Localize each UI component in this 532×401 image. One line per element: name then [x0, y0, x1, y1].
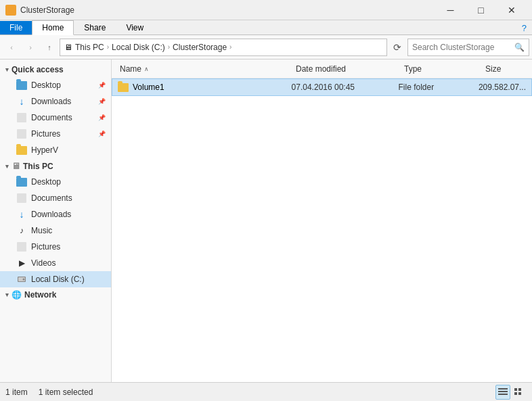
sidebar: ▾ Quick access Desktop 📌 ↓ Downloads 📌 D… [0, 60, 112, 382]
refresh-button[interactable]: ⟳ [389, 39, 406, 56]
tab-home[interactable]: Home [32, 20, 74, 35]
quick-access-label: Quick access [12, 65, 64, 74]
file-date-cell: 07.04.2016 00:45 [292, 82, 399, 92]
thispc-icon: 🖥 [12, 161, 20, 171]
sidebar-item-label: Documents [31, 113, 72, 122]
col-date-label: Date modified [296, 64, 346, 74]
file-name-cell: Volume1 [118, 82, 292, 92]
sidebar-item-label: Music [31, 226, 52, 235]
thispc-label: This PC [23, 162, 53, 171]
documents-qa-icon [16, 112, 27, 123]
col-header-size[interactable]: Size [483, 60, 527, 78]
path-icon: 🖥 [64, 43, 72, 52]
sidebar-item-documents-pc[interactable]: Documents [0, 190, 111, 206]
thispc-chevron: ▾ [5, 163, 9, 170]
file-size: 209.582.07... [479, 82, 526, 92]
sidebar-item-label: HyperV [31, 145, 58, 155]
up-button[interactable]: ↑ [41, 39, 58, 56]
col-name-label: Name [120, 64, 141, 74]
localdisk-icon [16, 274, 27, 285]
col-type-label: Type [404, 64, 422, 74]
minimize-button[interactable]: ─ [435, 0, 466, 20]
sidebar-item-hyperv-qa[interactable]: HyperV [0, 142, 111, 158]
sidebar-item-pictures-pc[interactable]: Pictures [0, 239, 111, 255]
col-header-date[interactable]: Date modified [293, 60, 401, 78]
sidebar-item-desktop-pc[interactable]: Desktop [0, 174, 111, 190]
folder-icon [118, 83, 129, 92]
sidebar-item-label: Desktop [31, 80, 61, 90]
documents-pc-icon [16, 193, 27, 204]
pin-icon: 📌 [98, 114, 106, 121]
pin-icon: 📌 [98, 131, 106, 137]
address-bar: ‹ › ↑ 🖥 This PC › Local Disk (C:) › Clus… [0, 35, 532, 60]
back-button[interactable]: ‹ [3, 39, 20, 56]
search-input[interactable] [412, 43, 512, 52]
network-label: Network [24, 290, 56, 300]
sidebar-item-label: Downloads [31, 210, 71, 219]
tab-view[interactable]: View [116, 20, 154, 35]
sidebar-item-downloads-qa[interactable]: ↓ Downloads 📌 [0, 93, 111, 110]
pin-icon: 📌 [98, 82, 106, 89]
file-size-cell: 209.582.07... [479, 82, 526, 92]
sidebar-item-desktop-qa[interactable]: Desktop 📌 [0, 77, 111, 93]
desktop-pc-icon [16, 176, 27, 187]
sidebar-item-videos-pc[interactable]: ▶ Videos [0, 255, 111, 271]
sort-arrow: ∧ [144, 66, 149, 72]
sidebar-item-documents-qa[interactable]: Documents 📌 [0, 110, 111, 126]
svg-rect-7 [514, 392, 517, 395]
view-controls [495, 385, 527, 400]
help-button[interactable]: ? [516, 22, 532, 34]
view-list-button[interactable] [495, 385, 510, 400]
col-header-type[interactable]: Type [401, 60, 483, 78]
file-date: 07.04.2016 00:45 [292, 82, 355, 92]
address-path[interactable]: 🖥 This PC › Local Disk (C:) › ClusterSto… [60, 39, 387, 56]
selected-count: 1 item selected [39, 387, 93, 397]
sidebar-item-label: Local Disk (C:) [31, 275, 85, 284]
downloads-pc-icon: ↓ [16, 209, 27, 220]
tab-share[interactable]: Share [74, 20, 116, 35]
view-details-icon [514, 387, 524, 397]
file-type-cell: File folder [399, 82, 479, 92]
forward-button[interactable]: › [22, 39, 39, 56]
pictures-qa-icon [16, 128, 27, 139]
svg-rect-3 [498, 388, 508, 390]
close-button[interactable]: ✕ [496, 0, 527, 20]
music-pc-icon: ♪ [16, 225, 27, 236]
network-header[interactable]: ▾ 🌐 Network [0, 287, 111, 302]
thispc-header[interactable]: ▾ 🖥 This PC [0, 158, 111, 174]
path-thispc[interactable]: This PC [75, 43, 104, 52]
maximize-button[interactable]: □ [466, 0, 496, 20]
svg-point-2 [23, 279, 25, 281]
file-row-volume1[interactable]: Volume1 07.04.2016 00:45 File folder 209… [112, 78, 532, 96]
view-details-button[interactable] [512, 385, 527, 400]
title-icon [5, 5, 16, 16]
item-count: 1 item [5, 387, 28, 397]
downloads-qa-icon: ↓ [16, 96, 27, 107]
sidebar-item-localdisk[interactable]: Local Disk (C:) [0, 271, 111, 287]
pin-icon: 📌 [98, 98, 106, 105]
path-localdisk[interactable]: Local Disk (C:) [112, 43, 165, 52]
tab-file[interactable]: File [0, 21, 32, 34]
sidebar-item-label: Desktop [31, 177, 61, 187]
content-list: Volume1 07.04.2016 00:45 File folder 209… [112, 78, 532, 382]
quick-access-header[interactable]: ▾ Quick access [0, 62, 111, 77]
sidebar-item-downloads-pc[interactable]: ↓ Downloads [0, 206, 111, 222]
network-icon: 🌐 [12, 290, 22, 300]
col-header-name[interactable]: Name ∧ [117, 60, 293, 78]
path-clusterstorage[interactable]: ClusterStorage [173, 43, 227, 52]
sidebar-item-music-pc[interactable]: ♪ Music [0, 222, 111, 239]
svg-rect-4 [498, 391, 508, 392]
column-headers: Name ∧ Date modified Type Size [112, 60, 532, 78]
search-box[interactable]: 🔍 [407, 39, 529, 56]
search-icon: 🔍 [514, 43, 525, 52]
title-bar-left: ClusterStorage [5, 5, 74, 16]
status-bar: 1 item 1 item selected [0, 382, 532, 401]
desktop-qa-icon [16, 80, 27, 91]
sidebar-item-label: Documents [31, 193, 72, 203]
ribbon-tabs: File Home Share View ? [0, 20, 532, 35]
pictures-pc-icon [16, 241, 27, 252]
sidebar-item-pictures-qa[interactable]: Pictures 📌 [0, 126, 111, 142]
col-size-label: Size [485, 64, 501, 74]
svg-rect-6 [514, 388, 517, 391]
quick-access-chevron: ▾ [5, 66, 9, 73]
